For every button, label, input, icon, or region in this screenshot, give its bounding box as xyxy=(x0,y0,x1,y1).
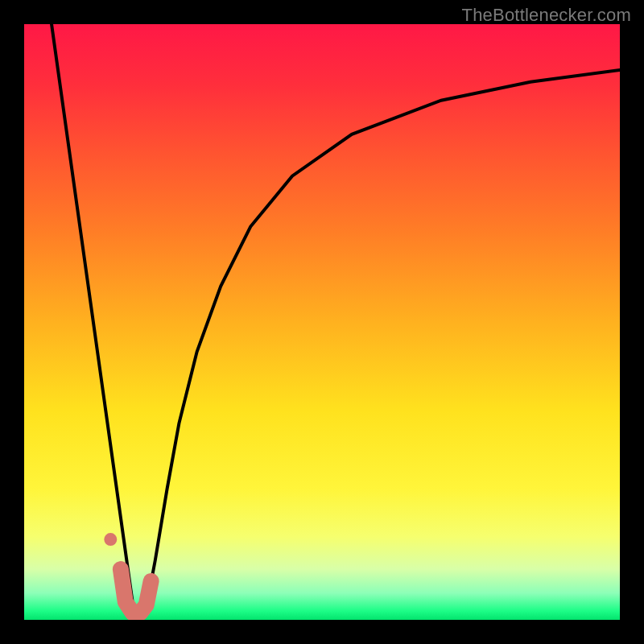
svg-rect-0 xyxy=(24,24,620,620)
chart-frame: TheBottlenecker.com xyxy=(0,0,644,644)
watermark-text: TheBottlenecker.com xyxy=(462,5,631,26)
plot-area xyxy=(24,24,620,620)
gradient-background xyxy=(24,24,620,620)
